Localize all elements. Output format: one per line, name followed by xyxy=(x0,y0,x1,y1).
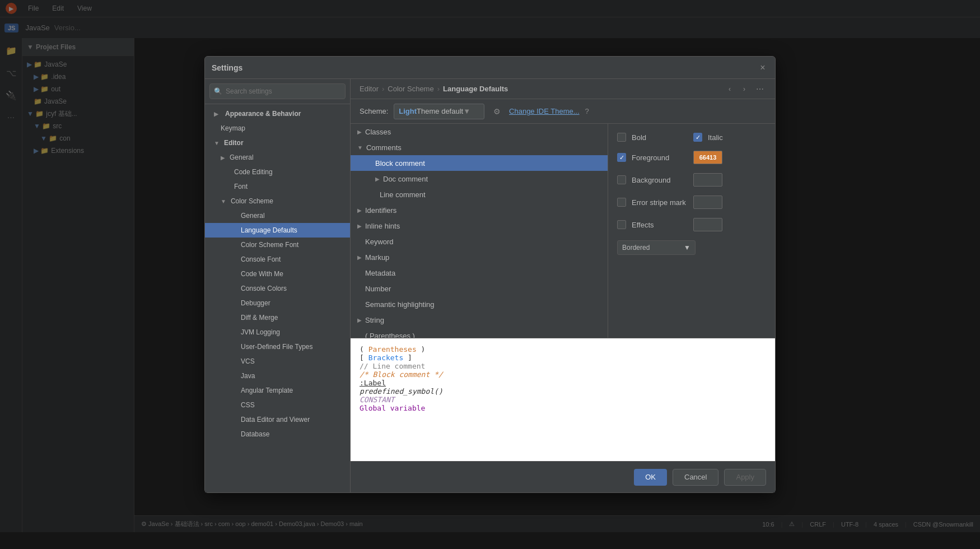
effects-type-dropdown[interactable]: Bordered ▼ xyxy=(617,240,696,255)
close-button[interactable]: × xyxy=(757,62,768,73)
stree-angular[interactable]: Angular Template xyxy=(205,383,350,398)
background-color-swatch[interactable] xyxy=(693,173,722,187)
preview-line-label: :Label xyxy=(360,379,766,387)
stree-code-with-me[interactable]: Code With Me xyxy=(205,267,350,281)
stree-appearance[interactable]: ▶ Appearance & Behavior xyxy=(205,106,350,121)
stree-vcs[interactable]: VCS xyxy=(205,354,350,369)
scheme-dropdown[interactable]: Light Theme default ▼ xyxy=(394,104,484,119)
stree-debugger[interactable]: Debugger xyxy=(205,296,350,310)
foreground-color-swatch[interactable]: 66413 xyxy=(693,151,722,164)
stree-color-font[interactable]: Color Scheme Font xyxy=(205,238,350,252)
stree-console-colors[interactable]: Console Colors xyxy=(205,281,350,296)
stree-font[interactable]: Font xyxy=(205,179,350,194)
color-item-doc-comment[interactable]: ▶ Doc comment xyxy=(351,171,608,187)
stree-jvm-logging[interactable]: JVM Logging xyxy=(205,325,350,339)
stree-label: Data Editor and Viewer xyxy=(209,416,310,424)
bold-checkbox[interactable] xyxy=(617,133,626,142)
preview-line-global: Global variable xyxy=(360,404,766,412)
color-item-parentheses[interactable]: ( Parentheses ) xyxy=(351,328,608,338)
scheme-rest-text: Theme default xyxy=(417,107,463,115)
error-stripe-swatch[interactable] xyxy=(693,196,722,209)
apply-button[interactable]: Apply xyxy=(724,469,766,486)
stree-database[interactable]: Database xyxy=(205,427,350,441)
stree-data-editor[interactable]: Data Editor and Viewer xyxy=(205,412,350,427)
color-item-markup[interactable]: ▶ Markup xyxy=(351,249,608,265)
effects-checkbox[interactable] xyxy=(617,220,626,229)
background-checkbox[interactable] xyxy=(617,175,626,184)
stree-label: CSS xyxy=(209,401,255,409)
stree-color-general[interactable]: General xyxy=(205,208,350,223)
nav-forward-button[interactable]: › xyxy=(738,83,750,95)
preview-line-paren: ( Parentheses ) xyxy=(360,345,766,353)
color-item-metadata[interactable]: Metadata xyxy=(351,265,608,281)
nav-arrows: ‹ › xyxy=(724,83,750,95)
stree-color-scheme[interactable]: ▼ Color Scheme xyxy=(205,194,350,208)
bold-italic-row: Bold Italic xyxy=(617,133,766,142)
stree-label: Language Defaults xyxy=(209,226,297,234)
stree-label: Color Scheme xyxy=(228,197,273,205)
stree-diff-merge[interactable]: Diff & Merge xyxy=(205,310,350,325)
help-icon[interactable]: ? xyxy=(585,107,589,115)
italic-label: Italic xyxy=(708,133,764,142)
color-item-inline-hints[interactable]: ▶ Inline hints xyxy=(351,218,608,234)
stree-label: Editor xyxy=(222,139,244,147)
stree-editor[interactable]: ▼ Editor xyxy=(205,136,350,150)
color-item-keyword[interactable]: Keyword xyxy=(351,234,608,249)
stree-lang-defaults[interactable]: Language Defaults xyxy=(205,223,350,238)
effects-label: Effects xyxy=(632,221,688,229)
stree-label: JVM Logging xyxy=(209,328,280,336)
error-stripe-label: Error stripe mark xyxy=(632,198,688,207)
scheme-label: Scheme: xyxy=(360,107,388,115)
settings-right-panel: Editor › Color Scheme › Language Default… xyxy=(351,79,775,492)
effects-swatch[interactable] xyxy=(693,218,722,231)
breadcrumb-sep1: › xyxy=(382,85,384,93)
color-item-line-comment[interactable]: Line comment xyxy=(351,187,608,202)
scheme-dropdown-arrow-icon: ▼ xyxy=(463,107,470,115)
stree-label: Keymap xyxy=(209,124,245,132)
stree-code-editing[interactable]: Code Editing xyxy=(205,165,350,179)
stree-label: Console Colors xyxy=(209,285,287,292)
color-item-string[interactable]: ▶ String xyxy=(351,312,608,328)
error-stripe-checkbox[interactable] xyxy=(617,198,626,207)
preview-line-block: /* Block comment */ xyxy=(360,370,766,379)
italic-checkbox[interactable] xyxy=(693,133,702,142)
preview-line-predefined: predefined_symbol() xyxy=(360,387,766,396)
stree-general[interactable]: ▶ General xyxy=(205,150,350,165)
color-item-comments[interactable]: ▼ Comments xyxy=(351,139,608,155)
color-item-label: Number xyxy=(365,285,391,293)
stree-user-file-types[interactable]: User-Defined File Types xyxy=(205,339,350,354)
expand-icon: ▶ xyxy=(357,129,362,135)
color-item-identifiers[interactable]: ▶ Identifiers xyxy=(351,202,608,218)
top-content: ▶ Classes ▼ Comments Block comment xyxy=(351,124,775,338)
color-item-semantic[interactable]: Semantic highlighting xyxy=(351,296,608,312)
stree-label: Color Scheme Font xyxy=(209,241,298,249)
expand-icon: ▶ xyxy=(375,176,380,182)
color-item-classes[interactable]: ▶ Classes xyxy=(351,124,608,139)
dialog-titlebar: Settings × xyxy=(205,57,775,79)
dialog-more-button[interactable]: ⋯ xyxy=(754,83,766,95)
stree-keymap[interactable]: Keymap xyxy=(205,121,350,136)
stree-label: Code Editing xyxy=(209,168,273,176)
color-item-number[interactable]: Number xyxy=(351,281,608,296)
stree-java[interactable]: Java xyxy=(205,369,350,383)
change-theme-link[interactable]: Change IDE Theme... xyxy=(509,107,580,115)
foreground-checkbox[interactable] xyxy=(617,153,626,162)
cancel-button[interactable]: Cancel xyxy=(673,469,718,486)
nav-back-button[interactable]: ‹ xyxy=(724,83,736,95)
color-item-label: String xyxy=(365,316,384,324)
stree-css[interactable]: CSS xyxy=(205,398,350,412)
background-label: Background xyxy=(632,176,688,184)
color-item-block-comment[interactable]: Block comment xyxy=(351,155,608,171)
expand-icon: ▼ xyxy=(209,198,226,204)
stree-label: Appearance & Behavior xyxy=(221,110,301,118)
settings-search-input[interactable] xyxy=(209,83,346,99)
color-item-label: ( Parentheses ) xyxy=(365,332,415,338)
color-item-label: Classes xyxy=(365,128,391,136)
ok-button[interactable]: OK xyxy=(634,469,667,486)
stree-label: Console Font xyxy=(209,255,281,263)
stree-console-font[interactable]: Console Font xyxy=(205,252,350,267)
settings-search-area: 🔍 xyxy=(205,79,350,104)
expand-icon: ▶ xyxy=(209,155,225,161)
scheme-gear-button[interactable]: ⚙ xyxy=(490,105,503,118)
settings-dialog: Settings × 🔍 ▶ Appearance & Behavior xyxy=(204,56,776,493)
